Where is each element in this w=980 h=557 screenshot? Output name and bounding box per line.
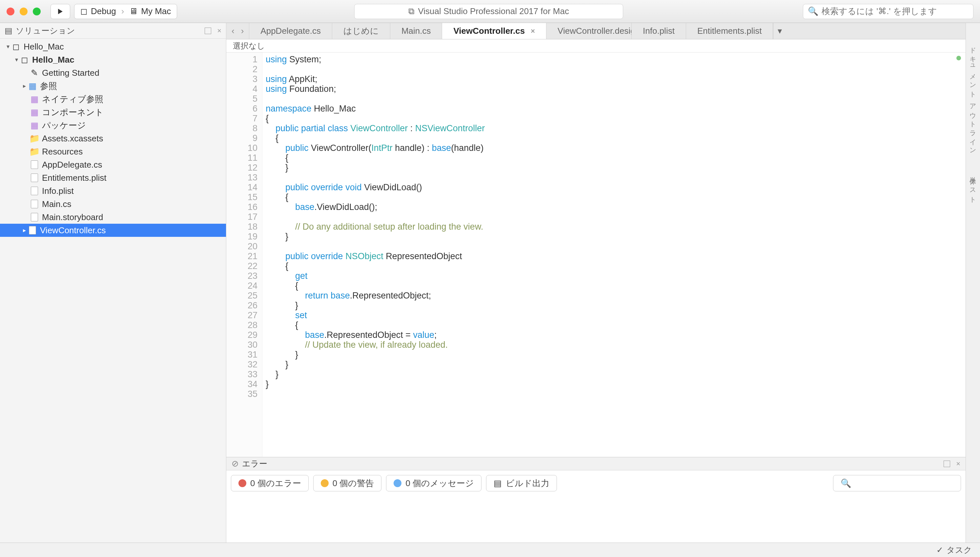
tab-getting-started[interactable]: はじめに: [332, 23, 390, 39]
solution-tree[interactable]: ▾◻Hello_Mac ▾◻Hello_Mac ✎Getting Started…: [0, 39, 226, 542]
warnings-filter-button[interactable]: 0 個の警告: [313, 475, 382, 492]
tree-file-viewcontroller[interactable]: ▸ViewController.cs: [0, 224, 226, 237]
code-line[interactable]: [266, 389, 965, 399]
tree-file-main[interactable]: Main.cs: [0, 197, 226, 211]
code-line[interactable]: // Update the view, if already loaded.: [266, 340, 965, 350]
code-line[interactable]: }: [266, 350, 965, 360]
tree-resources[interactable]: 📁Resources: [0, 145, 226, 158]
code-line[interactable]: base.ViewDidLoad();: [266, 202, 965, 212]
stop-icon: ◻: [80, 6, 88, 16]
info-badge-icon: [393, 479, 401, 487]
nav-back-button[interactable]: ‹: [232, 26, 234, 36]
code-line[interactable]: [266, 64, 965, 74]
tree-solution[interactable]: ▾◻Hello_Mac: [0, 40, 226, 53]
tab-viewcontroller[interactable]: ViewController.cs×: [442, 23, 546, 39]
panel-close-button[interactable]: ×: [956, 459, 960, 468]
panel-dock-button[interactable]: [205, 28, 211, 34]
tree-file-info[interactable]: Info.plist: [0, 184, 226, 197]
code-line[interactable]: }: [266, 163, 965, 173]
code-line[interactable]: }: [266, 300, 965, 310]
search-icon: 🔍: [840, 478, 851, 489]
solution-sidebar: ▤ ソリューション × ▾◻Hello_Mac ▾◻Hello_Mac ✎Get…: [0, 23, 226, 542]
code-line[interactable]: public override void ViewDidLoad(): [266, 182, 965, 192]
code-line[interactable]: namespace Hello_Mac: [266, 104, 965, 114]
tab-appdelegate[interactable]: AppDelegate.cs: [249, 23, 332, 39]
code-line[interactable]: {: [266, 153, 965, 163]
code-line[interactable]: {: [266, 281, 965, 291]
tree-native-refs[interactable]: ▦ネイティブ参照: [0, 93, 226, 106]
code-line[interactable]: {: [266, 114, 965, 123]
statusbar: ✓ タスク: [0, 542, 980, 557]
tree-file-appdelegate[interactable]: AppDelegate.cs: [0, 158, 226, 171]
code-line[interactable]: [266, 94, 965, 104]
panel-close-button[interactable]: ×: [217, 26, 221, 35]
code-line[interactable]: get: [266, 271, 965, 281]
code-line[interactable]: {: [266, 320, 965, 330]
minimize-window-button[interactable]: [20, 8, 28, 15]
sidebar-header: ▤ ソリューション ×: [0, 23, 226, 39]
tree-getting-started[interactable]: ✎Getting Started: [0, 66, 226, 80]
code-line[interactable]: }: [266, 360, 965, 370]
panel-dock-button[interactable]: [944, 461, 950, 467]
svg-marker-0: [58, 8, 63, 14]
breadcrumb[interactable]: 選択なし: [226, 39, 965, 52]
code-line[interactable]: using System;: [266, 54, 965, 64]
code-line[interactable]: public ViewController(IntPtr handle) : b…: [266, 143, 965, 153]
error-badge-icon: [239, 479, 246, 487]
app-title: Visual Studio Professional 2017 for Mac: [418, 6, 569, 16]
title-field: ⧉ Visual Studio Professional 2017 for Ma…: [354, 4, 623, 19]
tab-info-plist[interactable]: Info.plist: [632, 23, 686, 39]
code-line[interactable]: base.RepresentedObject = value;: [266, 330, 965, 340]
tab-main[interactable]: Main.cs: [390, 23, 442, 39]
tree-file-entitlements[interactable]: Entitlements.plist: [0, 171, 226, 184]
build-output-button[interactable]: ▤ビルド出力: [486, 475, 557, 492]
search-icon: 🔍: [808, 6, 818, 16]
code-line[interactable]: }: [266, 370, 965, 379]
code-line[interactable]: }: [266, 231, 965, 241]
code-line[interactable]: return base.RepresentedObject;: [266, 291, 965, 300]
tab-viewcontroller-designer[interactable]: ViewController.designer.cs: [546, 23, 632, 39]
global-search[interactable]: 🔍: [803, 4, 973, 19]
tree-packages[interactable]: ▦パッケージ: [0, 119, 226, 132]
code-line[interactable]: {: [266, 261, 965, 271]
zoom-window-button[interactable]: [33, 8, 41, 15]
nav-forward-button[interactable]: ›: [241, 26, 244, 36]
code-line[interactable]: using AppKit;: [266, 74, 965, 84]
close-window-button[interactable]: [7, 8, 15, 15]
code-line[interactable]: public partial class ViewController : NS…: [266, 123, 965, 133]
tree-components[interactable]: ▦コンポーネント: [0, 106, 226, 119]
scroll-marker: [956, 56, 961, 60]
right-tool-strip: ドキュメント アウトライン 単体テスト: [965, 23, 980, 542]
check-icon: ✓: [936, 545, 943, 555]
code-line[interactable]: set: [266, 310, 965, 320]
unit-tests-tab[interactable]: 単体テスト: [969, 172, 977, 201]
tab-entitlements[interactable]: Entitlements.plist: [686, 23, 774, 39]
task-label[interactable]: タスク: [947, 544, 972, 555]
code-editor[interactable]: using System; using AppKit;using Foundat…: [262, 52, 965, 457]
tab-close-button[interactable]: ×: [531, 27, 535, 36]
code-line[interactable]: public override NSObject RepresentedObje…: [266, 251, 965, 261]
editor-tabbar: ‹ › AppDelegate.cs はじめに Main.cs ViewCont…: [226, 23, 965, 39]
code-line[interactable]: [266, 173, 965, 182]
code-line[interactable]: [266, 241, 965, 251]
tab-overflow-button[interactable]: ▾: [773, 23, 786, 39]
doc-outline-tab[interactable]: ドキュメント アウトライン: [969, 42, 977, 152]
code-line[interactable]: {: [266, 133, 965, 143]
errors-filter-button[interactable]: 0 個のエラー: [231, 475, 309, 492]
errors-search[interactable]: 🔍: [833, 475, 961, 492]
messages-filter-button[interactable]: 0 個のメッセージ: [386, 475, 481, 492]
search-input[interactable]: [822, 6, 969, 16]
tree-assets[interactable]: 📁Assets.xcassets: [0, 132, 226, 145]
tree-project[interactable]: ▾◻Hello_Mac: [0, 53, 226, 66]
debug-target-selector[interactable]: ◻ Debug › 🖥 My Mac: [74, 4, 177, 19]
toolbar: ◻ Debug › 🖥 My Mac ⧉ Visual Studio Profe…: [0, 0, 980, 23]
code-line[interactable]: {: [266, 192, 965, 202]
run-button[interactable]: [50, 4, 70, 19]
tree-file-storyboard[interactable]: Main.storyboard: [0, 211, 226, 224]
code-line[interactable]: using Foundation;: [266, 84, 965, 94]
tree-references[interactable]: ▸▦参照: [0, 80, 226, 93]
code-line[interactable]: }: [266, 379, 965, 389]
code-line[interactable]: // Do any additional setup after loading…: [266, 222, 965, 231]
code-line[interactable]: [266, 212, 965, 222]
errors-panel-title: エラー: [242, 458, 938, 469]
